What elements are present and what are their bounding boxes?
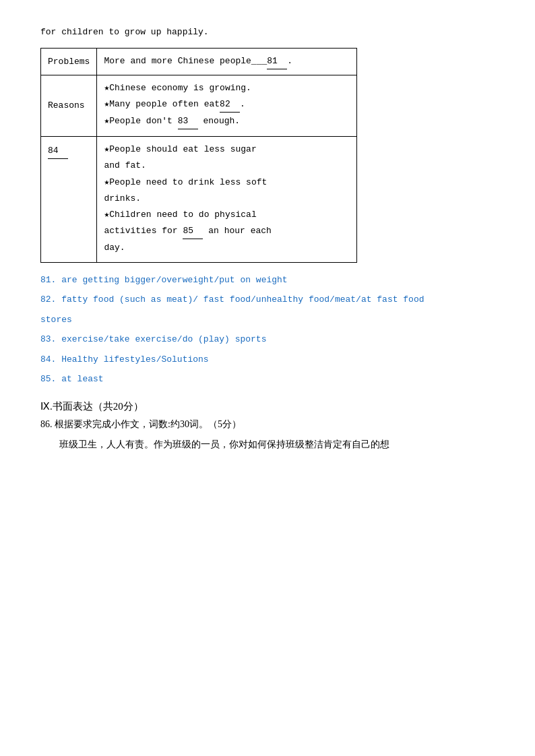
answer-83-text: exercise/take exercise/do (play) sports — [61, 334, 266, 344]
answer-81-label: 81. — [40, 275, 56, 285]
solutions-bullet3d: day. — [104, 241, 350, 255]
problems-text-period: . — [287, 56, 292, 66]
reasons-bullet2-end: . — [240, 99, 245, 109]
reasons-bullet3: ★People don't 83 enough. — [104, 114, 350, 129]
solutions-label-cell: 84 — [41, 137, 97, 263]
solutions-bullet3a: ★Children need to do physical — [104, 208, 350, 222]
answers-section: 81. are getting bigger/overweight/put on… — [40, 272, 495, 387]
answer-82: 82. fatty food (such as meat)/ fast food… — [40, 292, 495, 307]
reasons-bullet2-text: ★Many people often eat — [104, 99, 220, 109]
writing-content: 班级卫生，人人有责。作为班级的一员，你对如何保持班级整洁肯定有自己的想 — [40, 436, 495, 453]
solutions-bullet2b: drinks. — [104, 191, 350, 206]
solutions-bullet2a: ★People need to drink less soft — [104, 175, 350, 190]
prompt-86-num: 86. — [40, 419, 53, 429]
intro-text: for children to grow up happily. — [40, 27, 495, 37]
table-row-solutions: 84 ★People should eat less sugar and fat… — [41, 137, 357, 263]
main-table: Problems More and more Chinese people___… — [40, 48, 357, 263]
reasons-bullet3-end: enough. — [203, 116, 241, 126]
answer-85-label: 85. — [40, 374, 56, 384]
section9-header: Ⅸ.书面表达（共20分） — [40, 400, 495, 413]
solutions-bullet3b: activities for 85 an hour each — [104, 224, 350, 239]
solutions-bullet1b: and fat. — [104, 158, 350, 173]
solutions-bullet3b-text: activities for — [104, 226, 177, 236]
answer-84: 84. Healthy lifestyles/Solutions — [40, 352, 495, 367]
answer-85-text: at least — [61, 374, 103, 384]
answer-83: 83. exercise/take exercise/do (play) spo… — [40, 332, 495, 347]
writing-prompt-86: 86. 根据要求完成小作文，词数:约30词。（5分） — [40, 418, 495, 431]
blank-82: 82 — [220, 97, 240, 113]
answer-82-label: 82. — [40, 294, 56, 305]
solutions-content: ★People should eat less sugar and fat. ★… — [97, 137, 357, 263]
problems-label: Problems — [41, 49, 97, 75]
answer-85: 85. at least — [40, 371, 495, 387]
answer-82-continuation: stores — [40, 315, 72, 325]
prompt-86-text: 根据要求完成小作文，词数:约30词。（5分） — [55, 419, 241, 429]
table-row-reasons: Reasons ★Chinese economy is growing. ★Ma… — [41, 75, 357, 137]
answer-81: 81. are getting bigger/overweight/put on… — [40, 272, 495, 288]
reasons-bullet3-text: ★People don't — [104, 116, 172, 126]
reasons-label: Reasons — [41, 75, 97, 137]
solutions-bullet3c: an hour each — [208, 226, 272, 236]
reasons-content: ★Chinese economy is growing. ★Many peopl… — [97, 75, 357, 137]
blank-84-label: 84 — [48, 144, 68, 159]
problems-text-line1: More and more Chinese people___ — [104, 56, 267, 66]
answer-81-text: are getting bigger/overweight/put on wei… — [61, 275, 287, 285]
reasons-bullet1: ★Chinese economy is growing. — [104, 81, 350, 96]
table-row-problems: Problems More and more Chinese people___… — [41, 49, 357, 75]
reasons-bullet2: ★Many people often eat82. — [104, 97, 350, 113]
answer-82-text: fatty food (such as meat)/ fast food/unh… — [61, 294, 424, 305]
answer-82-cont: stores — [40, 312, 495, 327]
solutions-bullet1a: ★People should eat less sugar — [104, 142, 350, 157]
blank-81: 81 — [267, 54, 287, 69]
blank-85: 85 — [183, 224, 203, 239]
blank-83: 83 — [178, 114, 198, 129]
answer-83-label: 83. — [40, 334, 56, 344]
problems-content: More and more Chinese people___81. — [97, 49, 357, 75]
answer-84-text: Healthy lifestyles/Solutions — [61, 354, 208, 365]
answer-84-label: 84. — [40, 354, 56, 365]
